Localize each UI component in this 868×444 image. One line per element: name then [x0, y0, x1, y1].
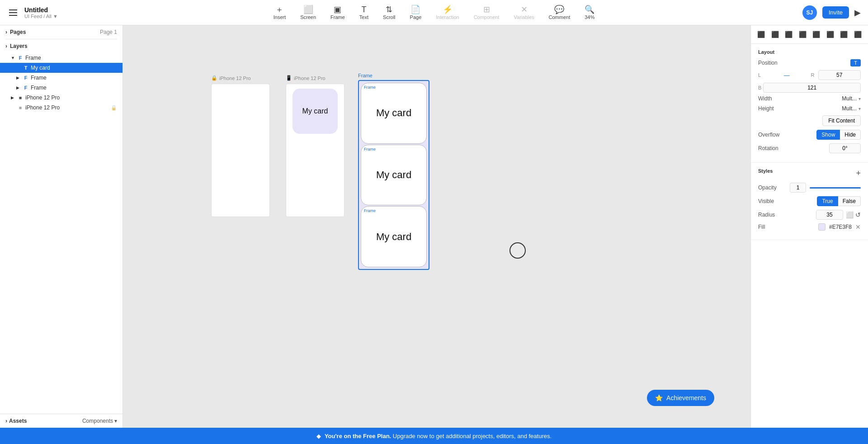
device-icon-2: 📱 [286, 75, 292, 81]
height-dropdown-icon[interactable]: ▾ [859, 106, 861, 111]
fill-label: Fill [758, 224, 785, 230]
position-t-button[interactable]: T [850, 59, 861, 66]
frame-type-icon-gray: ■ [17, 105, 24, 110]
insert-tool[interactable]: ＋ Insert [268, 4, 292, 22]
pages-section: › Pages Page 1 [0, 25, 123, 39]
component-tool[interactable]: ⊞ Component [468, 4, 505, 22]
layer-item-frame-2[interactable]: ▶ F Frame [0, 73, 123, 83]
visible-false-button[interactable]: False [838, 196, 861, 206]
rotation-row: Rotation [758, 143, 861, 153]
pages-header[interactable]: › Pages Page 1 [0, 25, 123, 39]
card-text-bottom: My card [376, 231, 411, 243]
zoom-tool[interactable]: 🔍 34% [579, 4, 600, 22]
chevron-icon: ▶ [16, 76, 21, 80]
sub-frame-1: Frame My card [361, 83, 427, 144]
radius-input[interactable] [816, 210, 843, 220]
assets-type-dropdown[interactable]: Components ▾ [82, 418, 117, 424]
canvas-area[interactable]: 🔒 iPhone 12 Pro 📱 iPhone 12 Pro My card … [123, 25, 750, 428]
toolbar-right: SJ Invite ▶ [734, 5, 861, 20]
overflow-hide-button[interactable]: Hide [840, 130, 861, 140]
width-dropdown-icon[interactable]: ▾ [859, 96, 861, 101]
comment-icon: 💬 [554, 5, 564, 14]
opacity-input[interactable] [790, 183, 806, 193]
variables-tool[interactable]: ✕ Variables [509, 4, 540, 22]
selected-frame-container: Frame Frame My card Frame My card Frame … [358, 73, 429, 270]
card-text-top: My card [376, 107, 411, 119]
app-subtitle[interactable]: UI Feed / All ▼ [24, 14, 58, 19]
pos-b-input[interactable] [763, 83, 861, 93]
device-frame-2: 📱 iPhone 12 Pro My card [286, 75, 344, 217]
assets-header[interactable]: › Assets Components ▾ [0, 414, 123, 428]
layers-header[interactable]: › Layers [0, 39, 123, 53]
frame-tool[interactable]: ▣ Frame [325, 4, 350, 22]
layer-item-frame-1[interactable]: ▼ F Frame [0, 53, 123, 63]
layout-title: Layout [758, 49, 861, 55]
scroll-icon: ⇅ [386, 5, 392, 14]
app-title: Untitled UI Feed / All ▼ [24, 6, 58, 19]
rotation-input[interactable] [829, 143, 861, 153]
layer-item-frame-3[interactable]: ▶ F Frame [0, 83, 123, 93]
fill-controls: #E7E3F8 ✕ [818, 223, 861, 231]
chevron-icon: ▼ [11, 56, 15, 60]
radius-refresh-button[interactable]: ↺ [855, 211, 861, 218]
device-lock-icon: 🔒 [211, 75, 217, 81]
radius-icons: ⬜ ↺ [846, 211, 861, 218]
distribute-h-button[interactable]: ⬛ [839, 30, 849, 39]
interaction-tool[interactable]: ⚡ Interaction [430, 4, 464, 22]
pos-r-cell: R [811, 70, 861, 80]
text-type-icon: T [23, 65, 29, 71]
align-right-button[interactable]: ⬛ [784, 30, 793, 39]
menu-button[interactable] [7, 8, 19, 18]
page-tool[interactable]: 📄 Page [405, 4, 427, 22]
pos-b-cell: B [758, 83, 861, 93]
left-panel: › Pages Page 1 › Layers ▼ F Frame [0, 25, 123, 428]
fill-remove-button[interactable]: ✕ [855, 223, 861, 231]
opacity-row: Opacity [758, 183, 861, 193]
scroll-tool[interactable]: ⇅ Scroll [377, 4, 401, 22]
visible-true-button[interactable]: True [817, 196, 838, 206]
play-button[interactable]: ▶ [854, 8, 861, 18]
radius-corners-button[interactable]: ⬜ [846, 211, 854, 218]
align-bottom-button[interactable]: ⬛ [826, 30, 835, 39]
radius-label: Radius [758, 212, 785, 218]
align-center-v-button[interactable]: ⬛ [811, 30, 821, 39]
frame-type-icon: F [17, 55, 24, 61]
visible-toggle: True False [817, 196, 861, 206]
comment-tool[interactable]: 💬 Comment [543, 4, 576, 22]
selected-frame[interactable]: Frame My card Frame My card Frame My car… [358, 80, 429, 270]
layer-item-iphone1[interactable]: ▶ ■ iPhone 12 Pro [0, 93, 123, 103]
card-frame-2: My card [292, 89, 338, 134]
pos-b-label: B [758, 85, 761, 90]
fill-color-swatch[interactable] [818, 223, 826, 231]
layers-list: ▼ F Frame T My card ▶ F Frame ▶ F Frame [0, 53, 123, 414]
card-text-middle: My card [376, 169, 411, 181]
overflow-toggle: Show Hide [816, 130, 861, 140]
visible-label: Visible [758, 198, 785, 204]
invite-button[interactable]: Invite [822, 6, 849, 19]
screen-tool[interactable]: ⬜ Screen [295, 4, 321, 22]
pages-title: › Pages [5, 29, 26, 35]
text-tool[interactable]: T Text [354, 4, 374, 22]
bottom-bar-message: You're on the Free Plan. Upgrade now to … [325, 433, 552, 439]
achievements-button[interactable]: ⭐ Achievements [647, 390, 714, 406]
opacity-slider[interactable] [810, 187, 861, 189]
align-center-h-button[interactable]: ⬛ [770, 30, 780, 39]
layer-item-mycard[interactable]: T My card [0, 63, 123, 73]
frame-type-icon: ■ [17, 95, 24, 100]
layer-item-iphone2[interactable]: ■ iPhone 12 Pro 🔒 [0, 103, 123, 113]
layers-title: › Layers [5, 43, 28, 49]
align-top-button[interactable]: ⬛ [798, 30, 807, 39]
distribute-v-button[interactable]: ⬛ [853, 30, 863, 39]
overflow-show-button[interactable]: Show [816, 130, 840, 140]
device-screen-1 [211, 84, 270, 217]
avatar[interactable]: SJ [802, 5, 817, 20]
layer-name: Frame [31, 85, 117, 91]
device-label-2: 📱 iPhone 12 Pro [286, 75, 344, 81]
chevron-icon: ▶ [16, 85, 21, 90]
align-left-button[interactable]: ⬛ [756, 30, 766, 39]
fit-content-button[interactable]: Fit Content [822, 115, 861, 126]
sub-frame-3: Frame My card [361, 206, 427, 267]
pos-r-input[interactable] [818, 70, 861, 80]
alignment-bar: ⬛ ⬛ ⬛ ⬛ ⬛ ⬛ ⬛ ⬛ [751, 25, 868, 44]
add-style-button[interactable]: + [856, 169, 861, 177]
